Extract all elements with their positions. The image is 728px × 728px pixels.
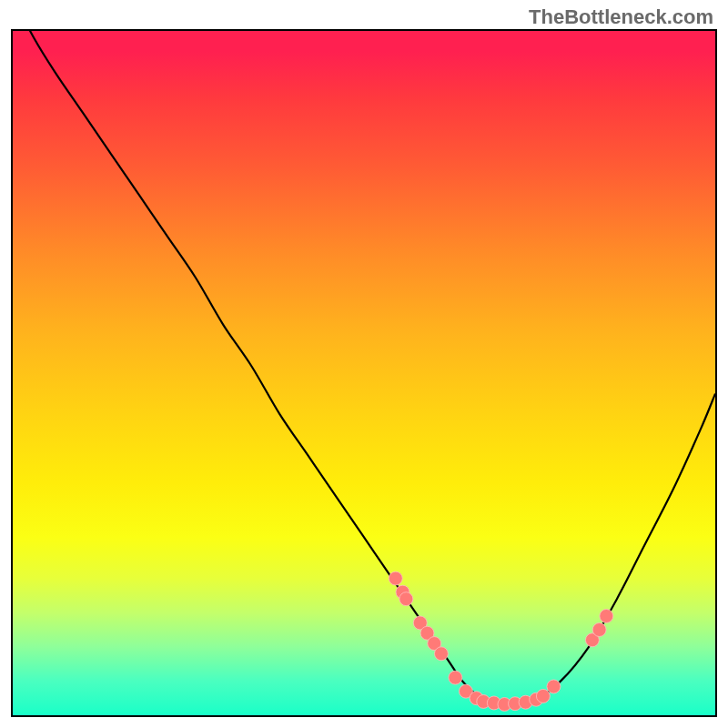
chart-frame (11, 29, 717, 717)
data-point (600, 609, 613, 622)
data-point (449, 671, 462, 684)
data-point (434, 647, 448, 661)
data-point (592, 623, 606, 637)
data-point (547, 680, 561, 693)
data-point (389, 571, 402, 585)
chart-svg (13, 31, 715, 715)
attribution-text: TheBottleneck.com (529, 5, 713, 29)
data-point (399, 592, 413, 606)
data-point (536, 689, 550, 703)
bottleneck-curve (13, 31, 715, 705)
